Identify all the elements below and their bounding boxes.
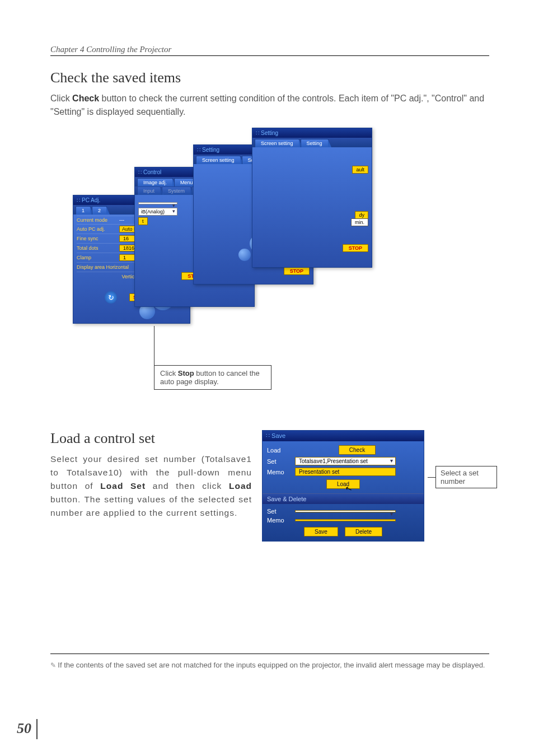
check-word: Check <box>72 94 99 103</box>
dots-icon: ∷ <box>197 147 200 153</box>
save-delete-header: Save & Delete <box>263 493 424 504</box>
load-set-word: Load Set <box>100 481 146 491</box>
set-label: Set <box>267 508 292 515</box>
footnote-text: If the contents of the saved set are not… <box>58 661 485 669</box>
set-combo[interactable]: Totalsave1,Presentation set <box>295 457 396 465</box>
refresh-icon[interactable]: ↻ <box>105 291 117 304</box>
memo-field-2[interactable] <box>295 519 396 521</box>
value-box: t <box>138 217 148 225</box>
text: button to check the current setting cond… <box>50 94 484 116</box>
value-box: ault <box>352 166 368 174</box>
text: Click <box>50 94 72 103</box>
page-number: 50 <box>17 720 31 737</box>
footnote: ✎ If the contents of the saved set are n… <box>50 660 489 671</box>
save-header: ∷ Save <box>263 431 424 441</box>
heading-load-control-set: Load a control set <box>50 430 252 447</box>
value-box: min. <box>351 218 368 226</box>
row-label: Total dots <box>77 245 116 251</box>
panel-title: ∷Setting <box>252 128 372 138</box>
chapter-header: Chapter 4 Controlling the Projector <box>50 45 489 56</box>
title-text: Save <box>271 432 285 439</box>
stop-button[interactable]: STOP <box>343 244 368 252</box>
pencil-icon: ✎ <box>50 661 58 669</box>
leader-line <box>154 326 154 365</box>
dots-icon: ∷ <box>266 432 271 439</box>
callout: Select a set number <box>428 466 497 488</box>
row-val: --- <box>119 217 124 223</box>
save-button[interactable]: Save <box>304 527 338 536</box>
memo-label: Memo <box>267 517 292 524</box>
save-panel: ∷ Save Load Check Set Totalsave1,Present… <box>262 430 424 542</box>
tab-system[interactable]: System <box>162 186 191 195</box>
row-label: Fine sync <box>77 236 116 241</box>
para-check-saved: Click Check button to check the current … <box>50 92 489 119</box>
title-text: PC Adj. <box>82 197 100 203</box>
stop-button[interactable]: STOP <box>284 267 310 275</box>
tab-input[interactable]: Input <box>137 186 161 195</box>
tab-image-adj[interactable]: Image adj. <box>137 178 173 186</box>
tab-setting[interactable]: Setting <box>301 139 329 147</box>
tab-screen-setting[interactable]: Screen setting <box>196 156 241 164</box>
tab-2[interactable]: 2 <box>92 206 107 214</box>
callout-line <box>428 477 435 478</box>
dots-icon: ∷ <box>256 130 259 136</box>
footer-rule <box>50 654 489 654</box>
row-label: Auto PC adj. <box>77 226 116 232</box>
dropdown[interactable] <box>138 202 177 204</box>
title-text: Control <box>143 169 161 175</box>
load-button[interactable]: Load <box>326 479 360 489</box>
title-text: Setting <box>261 130 278 136</box>
title-text: Setting <box>202 147 219 153</box>
text: button. The setting values of the select… <box>50 494 252 517</box>
text: Click <box>160 369 178 377</box>
check-button[interactable]: Check <box>339 445 376 455</box>
value-box: dy <box>355 211 368 219</box>
heading-check-saved-items: Check the saved items <box>50 69 489 86</box>
row-label: Display area Horizontal <box>77 264 138 270</box>
text: and then click <box>146 481 229 491</box>
set-combo-2[interactable] <box>295 510 396 512</box>
dropdown[interactable]: iB(Analog) <box>138 208 177 216</box>
stop-note: Click Stop button to cancel the auto pag… <box>154 365 271 390</box>
memo-label: Memo <box>267 469 292 475</box>
dd-val: iB(Analog) <box>141 209 165 214</box>
setting-panel-back: ∷Setting Screen setting Setting ault dy … <box>252 128 372 268</box>
delete-button[interactable]: Delete <box>345 527 382 536</box>
combo-val: Totalsave1,Presentation set <box>299 458 368 464</box>
callout-box: Select a set number <box>435 466 497 488</box>
page-number-bar <box>36 719 38 739</box>
row-label: Clamp <box>77 255 116 260</box>
dots-icon: ∷ <box>77 197 79 203</box>
load-label: Load <box>267 447 292 454</box>
memo-field: Presentation set <box>295 468 396 476</box>
dots-icon: ∷ <box>138 169 141 175</box>
cascaded-panels: ∷Setting Screen setting Setting ault dy … <box>73 128 489 419</box>
row-label: Vertical <box>77 274 138 279</box>
tab-screen-setting[interactable]: Screen setting <box>255 139 299 147</box>
tab-1[interactable]: 1 <box>76 206 91 214</box>
set-label: Set <box>267 458 292 465</box>
row-label: Current mode <box>77 217 116 223</box>
para-load-control: Select your desired set number (Totalsav… <box>50 452 252 520</box>
load-word: Load <box>229 481 252 491</box>
stop-word: Stop <box>178 369 194 377</box>
